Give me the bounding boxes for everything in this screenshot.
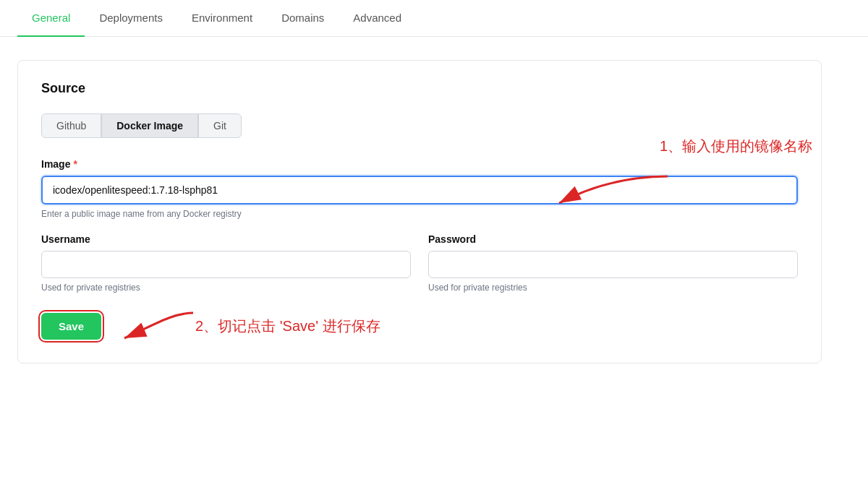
tab-general[interactable]: General [17, 0, 85, 37]
required-marker: * [73, 158, 77, 170]
username-input[interactable] [41, 251, 411, 278]
password-input[interactable] [428, 251, 798, 278]
source-toggle: Github Docker Image Git [41, 113, 798, 138]
password-form-group: Password Used for private registries [428, 233, 798, 293]
password-label: Password [428, 233, 798, 245]
toggle-docker[interactable]: Docker Image [101, 113, 198, 138]
annotation-1-text: 1、输入使用的镜像名称 [660, 138, 812, 154]
username-label: Username [41, 233, 411, 245]
image-form-group: Image * Enter a public image name from a… [41, 158, 798, 219]
main-content: Source Github Docker Image Git Image * E… [0, 37, 839, 404]
source-card: Source Github Docker Image Git Image * E… [17, 60, 822, 363]
image-label: Image * [41, 158, 798, 170]
tab-domains[interactable]: Domains [267, 0, 339, 37]
tab-deployments[interactable]: Deployments [85, 0, 177, 37]
card-title: Source [41, 81, 798, 96]
password-hint: Used for private registries [428, 283, 798, 293]
arrow-2-svg [114, 306, 200, 348]
username-hint: Used for private registries [41, 283, 411, 293]
annotation-2-text: 2、切记点击 'Save' 进行保存 [195, 317, 380, 336]
image-hint: Enter a public image name from any Docke… [41, 209, 798, 219]
toggle-git[interactable]: Git [198, 113, 242, 138]
username-form-group: Username Used for private registries [41, 233, 411, 293]
save-row: Save 2、切记点击 'Save' 进行保存 [41, 313, 798, 340]
tab-environment[interactable]: Environment [177, 0, 267, 37]
toggle-github[interactable]: Github [41, 113, 101, 138]
card-inner: Source Github Docker Image Git Image * E… [41, 81, 798, 340]
tab-advanced[interactable]: Advanced [339, 0, 416, 37]
save-button[interactable]: Save [41, 313, 101, 340]
image-input[interactable] [41, 176, 798, 205]
credentials-row: Username Used for private registries Pas… [41, 233, 798, 307]
nav-tabs: General Deployments Environment Domains … [0, 0, 868, 37]
annotation-1: 1、输入使用的镜像名称 [660, 137, 812, 156]
